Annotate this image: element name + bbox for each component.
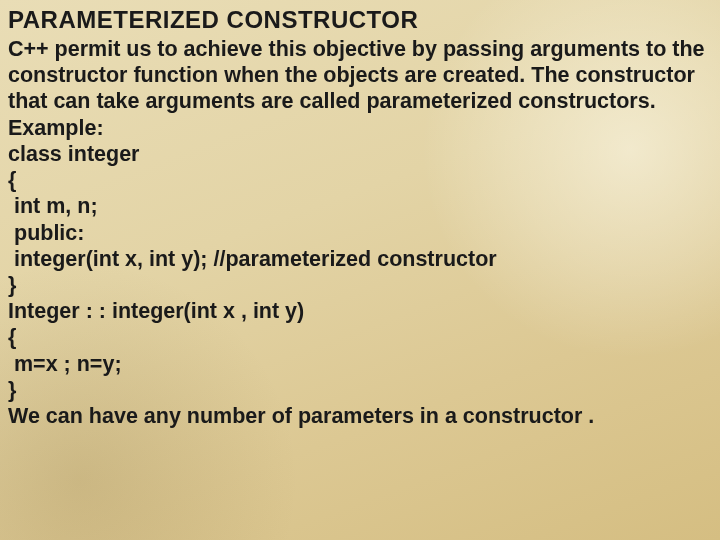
- body-line: public:: [8, 220, 710, 246]
- body-line: {: [8, 324, 710, 350]
- body-line: {: [8, 167, 710, 193]
- body-line: Example:: [8, 115, 710, 141]
- body-line: }: [8, 377, 710, 403]
- slide-content: PARAMETERIZED CONSTRUCTOR C++ permit us …: [0, 0, 720, 540]
- slide-title: PARAMETERIZED CONSTRUCTOR: [8, 6, 710, 34]
- body-line: class integer: [8, 141, 710, 167]
- body-line: C++ permit us to achieve this objective …: [8, 36, 710, 62]
- body-line: m=x ; n=y;: [8, 351, 710, 377]
- body-line: We can have any number of parameters in …: [8, 403, 710, 429]
- slide-body: C++ permit us to achieve this objective …: [8, 36, 710, 429]
- body-line: that can take arguments are called param…: [8, 88, 710, 114]
- body-line: integer(int x, int y); //parameterized c…: [8, 246, 710, 272]
- body-line: constructor function when the objects ar…: [8, 62, 710, 88]
- body-line: }: [8, 272, 710, 298]
- body-line: Integer : : integer(int x , int y): [8, 298, 710, 324]
- body-line: int m, n;: [8, 193, 710, 219]
